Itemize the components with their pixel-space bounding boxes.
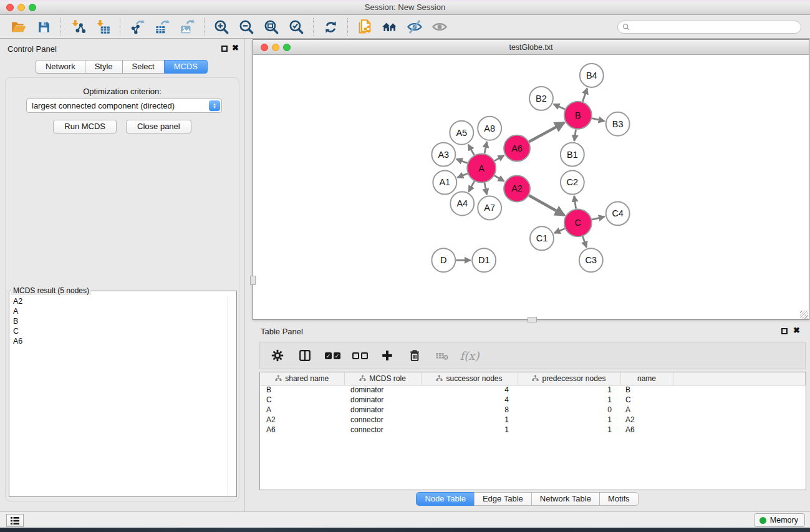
close-table-panel-icon[interactable]: ✖	[793, 326, 800, 335]
tab-select[interactable]: Select	[122, 60, 165, 74]
graph-node-A1[interactable]: A1	[433, 171, 456, 195]
graph-node-A4[interactable]: A4	[450, 191, 474, 215]
mcds-result-scrollbar[interactable]	[228, 296, 236, 496]
criterion-select[interactable]: largest connected component (directed) ▲…	[26, 99, 222, 113]
add-column-button[interactable]	[376, 344, 398, 367]
table-cell[interactable]: C	[620, 395, 673, 405]
table-cell[interactable]: 1	[518, 395, 620, 405]
mcds-result-item[interactable]: C	[10, 326, 228, 336]
table-cell[interactable]: 4	[421, 395, 518, 405]
graph-node-C4[interactable]: C4	[606, 201, 630, 225]
graph-node-C2[interactable]: C2	[561, 171, 584, 195]
table-cell[interactable]: 1	[421, 415, 518, 425]
delete-column-button[interactable]	[403, 344, 426, 367]
graph-edge-B-B3[interactable]	[592, 118, 604, 121]
network-canvas[interactable]: AA1A2A3A4A5A6A7A8BB1B2B3B4CC1C2C3C4DD1	[253, 56, 809, 319]
search-field[interactable]	[617, 21, 801, 34]
graph-edge-A2-C[interactable]	[529, 195, 564, 215]
close-panel-icon[interactable]: ✖	[232, 44, 239, 52]
table-cell[interactable]: A6	[260, 425, 344, 435]
graph-edge-A-A3[interactable]	[456, 159, 468, 163]
select-spinner-icon[interactable]: ▲▼	[209, 100, 220, 111]
mcds-result-item[interactable]: A2	[10, 296, 228, 306]
deselect-all-columns-button[interactable]	[349, 344, 371, 367]
graph-node-A8[interactable]: A8	[478, 117, 501, 140]
table-cell[interactable]: 1	[518, 415, 620, 425]
function-builder-button[interactable]: f(x)	[458, 344, 481, 367]
column-header-name[interactable]: name	[620, 372, 673, 385]
tab-node-table[interactable]: Node Table	[416, 492, 475, 506]
table-cell[interactable]: A	[620, 405, 673, 415]
select-all-columns-button[interactable]: ✓✓	[321, 344, 344, 367]
table-cell[interactable]: connector	[344, 415, 421, 425]
table-cell[interactable]: dominator	[344, 385, 421, 395]
graph-edge-A-A2[interactable]	[494, 176, 504, 181]
close-panel-button[interactable]: Close panel	[126, 120, 191, 133]
task-history-button[interactable]	[6, 514, 24, 527]
graph-edge-A-A7[interactable]	[485, 183, 487, 195]
graph-node-C[interactable]: C	[564, 209, 592, 236]
zoom-selected-button[interactable]	[284, 17, 309, 37]
table-cell[interactable]: B	[620, 385, 673, 395]
graph-edge-A-A8[interactable]	[485, 142, 487, 153]
zoom-in-button[interactable]	[209, 17, 234, 37]
column-header-successor-nodes[interactable]: successor nodes	[421, 372, 518, 385]
tab-network[interactable]: Network	[36, 60, 85, 74]
graph-node-A2[interactable]: A2	[504, 176, 530, 202]
table-cell[interactable]: dominator	[344, 395, 421, 405]
graph-node-B3[interactable]: B3	[606, 112, 630, 136]
graph-edge-C-C1[interactable]	[554, 228, 565, 233]
window-resize-grip[interactable]	[800, 311, 808, 319]
tab-network-table[interactable]: Network Table	[531, 492, 600, 506]
table-cell[interactable]: A2	[260, 415, 344, 425]
tab-mcds[interactable]: MCDS	[164, 60, 208, 74]
mcds-result-item[interactable]: B	[10, 316, 228, 326]
graph-node-B2[interactable]: B2	[529, 87, 553, 110]
table-cell[interactable]: dominator	[344, 405, 421, 415]
clear-table-button[interactable]	[431, 344, 453, 367]
tab-motifs[interactable]: Motifs	[599, 492, 639, 506]
export-table-button[interactable]	[150, 17, 175, 37]
graph-edge-A-A6[interactable]	[494, 155, 504, 161]
show-columns-button[interactable]	[294, 344, 316, 367]
hide-selected-button[interactable]	[402, 17, 427, 37]
run-mcds-button[interactable]: Run MCDS	[53, 120, 117, 133]
import-network-button[interactable]	[65, 17, 90, 37]
save-session-button[interactable]	[31, 17, 56, 37]
graph-edge-A-A5[interactable]	[468, 145, 474, 155]
graph-edge-B-B2[interactable]	[554, 104, 565, 109]
network-from-file-button[interactable]	[352, 17, 377, 37]
table-cell[interactable]: 0	[518, 405, 620, 415]
graph-node-D[interactable]: D	[432, 248, 455, 272]
graph-edge-C-C4[interactable]	[592, 216, 604, 220]
table-cell[interactable]: 1	[421, 425, 518, 435]
table-cell[interactable]: B	[260, 385, 344, 395]
memory-button[interactable]: Memory	[754, 513, 805, 527]
table-row[interactable]: Adominator80A	[260, 405, 806, 415]
table-cell[interactable]: 8	[421, 405, 518, 415]
refresh-layout-button[interactable]	[318, 17, 343, 37]
column-header-predecessor-nodes[interactable]: predecessor nodes	[518, 372, 620, 385]
network-zoom-button[interactable]	[283, 44, 291, 51]
tab-edge-table[interactable]: Edge Table	[474, 492, 532, 506]
table-cell[interactable]: A6	[620, 425, 673, 435]
bottom-divider-grip[interactable]	[528, 317, 537, 322]
search-input[interactable]	[632, 22, 801, 32]
network-minimize-button[interactable]	[272, 44, 279, 51]
float-table-panel-icon[interactable]	[781, 328, 788, 334]
graph-node-C3[interactable]: C3	[579, 248, 603, 272]
table-cell[interactable]: A	[260, 405, 344, 415]
graph-edge-A-A4[interactable]	[469, 181, 475, 192]
tab-style[interactable]: Style	[85, 60, 123, 74]
graph-edge-B-B4[interactable]	[582, 89, 587, 102]
table-settings-button[interactable]	[266, 344, 289, 367]
graph-node-B[interactable]: B	[564, 102, 592, 129]
graph-node-B1[interactable]: B1	[561, 143, 584, 167]
column-header-MCDS-role[interactable]: MCDS role	[344, 372, 421, 385]
graph-node-C1[interactable]: C1	[530, 226, 554, 250]
graph-edge-B-B1[interactable]	[574, 130, 576, 141]
graph-edge-A6-B[interactable]	[529, 123, 564, 142]
column-header-shared-name[interactable]: shared name	[260, 372, 344, 385]
zoom-out-button[interactable]	[234, 17, 259, 37]
graph-node-A[interactable]: A	[467, 154, 496, 183]
